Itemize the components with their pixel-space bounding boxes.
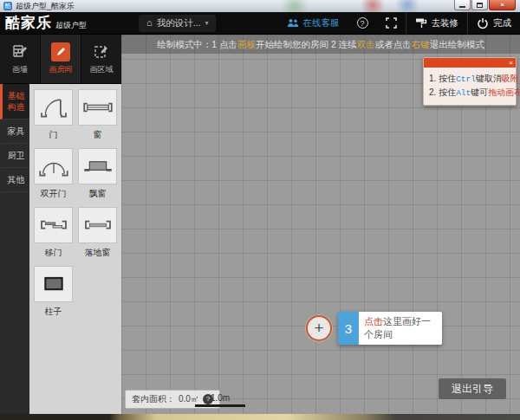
category-kitchen-bath[interactable]: 厨卫 <box>0 144 29 168</box>
notice-header: × <box>424 58 516 68</box>
item-card <box>78 89 117 126</box>
toolbar-right-group: 在线客服 ? 去装修 <box>278 12 520 34</box>
palette-item-window[interactable]: 窗 <box>78 89 117 141</box>
item-card <box>34 89 73 126</box>
drawing-canvas[interactable]: 绘制模式中：1 点击画板开始绘制您的房间 2 连续双击或者点击右键退出绘制模式 … <box>121 35 520 414</box>
hint-highlight: 画板 <box>237 39 256 49</box>
exit-guide-button[interactable]: 退出引导 <box>439 378 506 399</box>
finish-button[interactable]: 完成 <box>468 12 520 34</box>
tab-label: 画区域 <box>90 64 114 75</box>
minimize-button[interactable] <box>454 0 471 10</box>
item-card <box>78 148 117 184</box>
window-titlebar[interactable]: 酷 超级户型_酷家乐 × <box>0 0 520 12</box>
taskbar-sliver <box>0 414 520 420</box>
item-card <box>34 148 73 184</box>
category-list: 基础构造 家具 厨卫 其他 <box>0 84 29 414</box>
power-icon <box>477 17 489 29</box>
main-area: 画墙 画房间 <box>0 35 520 414</box>
top-toolbar: 酷家乐 超级户型 ⌂ 我的设计... ▾ 在线客服 ? <box>0 12 520 35</box>
window-icon <box>80 93 116 122</box>
notice-body: 1. 按住Ctrl键取消吸附 2. 按住Alt键可拖动画布 <box>424 68 516 105</box>
draw-region-icon <box>92 42 111 61</box>
scale-label: 1.0m <box>195 393 245 403</box>
decorate-label: 去装修 <box>432 17 459 29</box>
item-card <box>34 266 73 302</box>
hint-highlight: 双击 <box>357 39 375 49</box>
tab-label: 画墙 <box>12 64 28 75</box>
component-palette: 门 窗 <box>29 84 121 414</box>
palette-item-pillar[interactable]: 柱子 <box>34 266 73 318</box>
tab-draw-region[interactable]: 画区域 <box>81 35 121 83</box>
palette-item-sliding-door[interactable]: 移门 <box>34 207 73 259</box>
help-icon: ? <box>357 17 368 29</box>
palette-item-double-door[interactable]: 双开门 <box>34 148 73 200</box>
category-label: 厨卫 <box>5 150 28 161</box>
online-service-label: 在线客服 <box>303 17 340 29</box>
scale-bar <box>195 404 245 407</box>
sliding-door-icon <box>36 210 72 240</box>
hint-text: 开始绘制您的房间 2 连续 <box>256 39 357 49</box>
scale-indicator: 1.0m <box>195 393 245 407</box>
item-label: 移门 <box>34 247 73 259</box>
item-label: 飘窗 <box>78 188 117 200</box>
finish-label: 完成 <box>493 17 511 29</box>
item-card <box>78 207 117 243</box>
my-designs-menu[interactable]: ⌂ 我的设计... ▾ <box>139 15 216 32</box>
item-label: 门 <box>34 129 73 141</box>
hint-highlight: 右键 <box>412 39 430 49</box>
hint-text: 退出绘制模式 <box>430 39 484 49</box>
close-icon[interactable]: × <box>509 58 513 68</box>
add-room-target[interactable]: + <box>306 315 332 341</box>
category-other[interactable]: 其他 <box>0 168 29 192</box>
fullscreen-icon <box>386 17 397 29</box>
draw-room-icon <box>51 42 70 61</box>
maximize-button[interactable] <box>471 0 488 10</box>
app-logo: 酷家乐 <box>5 13 52 33</box>
draw-wall-icon <box>10 42 29 61</box>
shortcut-notice: × 1. 按住Ctrl键取消吸附 2. 按住Alt键可拖动画布 <box>423 57 517 106</box>
hint-text: 或者点击 <box>375 39 412 49</box>
draw-mode-tabs: 画墙 画房间 <box>0 35 121 84</box>
online-service-button[interactable]: 在线客服 <box>278 12 348 34</box>
sidebar: 画墙 画房间 <box>0 35 121 414</box>
people-icon <box>287 18 299 28</box>
window-controls: × <box>454 0 516 10</box>
double-door-icon <box>36 152 72 181</box>
palette-item-bay-window[interactable]: 飘窗 <box>78 148 117 200</box>
item-label: 柱子 <box>34 306 73 318</box>
single-door-icon <box>36 93 72 122</box>
app-icon: 酷 <box>3 2 12 10</box>
step-number-badge: 3 <box>338 312 359 345</box>
close-button[interactable]: × <box>489 0 516 10</box>
decorate-button[interactable]: 去装修 <box>406 12 468 34</box>
palette-item-door[interactable]: 门 <box>34 89 73 141</box>
chevron-down-icon: ▾ <box>205 19 208 27</box>
bay-window-icon <box>80 152 116 181</box>
category-label: 家具 <box>5 126 28 137</box>
draw-mode-hint: 绘制模式中：1 点击画板开始绘制您的房间 2 连续双击或者点击右键退出绘制模式 <box>121 35 520 54</box>
home-icon: ⌂ <box>146 18 153 28</box>
tooltip-text: 点击这里画好一个房间 <box>359 312 442 345</box>
item-label: 窗 <box>78 129 117 141</box>
item-label: 落地窗 <box>78 247 117 259</box>
notice-line: 1. 按住Ctrl键取消吸附 <box>429 72 510 86</box>
sidebar-body: 基础构造 家具 厨卫 其他 <box>0 84 121 414</box>
floor-window-icon <box>80 210 116 240</box>
category-label: 其他 <box>5 174 28 185</box>
hint-text: 绘制模式中：1 点击 <box>157 39 237 49</box>
help-button[interactable]: ? <box>348 12 377 34</box>
my-designs-label: 我的设计... <box>157 17 201 29</box>
paint-roller-icon <box>415 17 427 29</box>
app-logo-subtitle: 超级户型 <box>55 20 87 31</box>
window-title: 超级户型_酷家乐 <box>16 1 75 12</box>
area-label: 套内面积： <box>132 393 175 405</box>
category-furniture[interactable]: 家具 <box>0 120 29 144</box>
category-basic-structure[interactable]: 基础构造 <box>0 84 29 120</box>
tab-draw-room[interactable]: 画房间 <box>41 35 81 83</box>
tab-label: 画房间 <box>49 64 73 75</box>
category-label: 基础构造 <box>5 90 28 113</box>
item-label: 双开门 <box>34 188 73 200</box>
fullscreen-button[interactable] <box>377 12 406 34</box>
palette-item-floor-window[interactable]: 落地窗 <box>78 207 117 259</box>
tab-draw-wall[interactable]: 画墙 <box>0 35 41 83</box>
